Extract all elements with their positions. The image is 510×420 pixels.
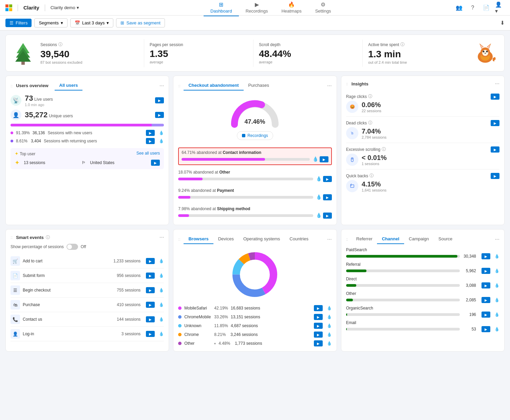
people-icon-btn[interactable]: 👥 xyxy=(454,3,464,13)
abandon-filter-icon-0[interactable]: 💧 xyxy=(313,156,318,162)
contact-us-video-btn[interactable]: ▶ xyxy=(146,316,155,322)
new-users-filter-icon[interactable]: 💧 xyxy=(159,131,164,135)
begin-checkout-video-btn[interactable]: ▶ xyxy=(146,287,155,293)
abandon-filter-icon-3[interactable]: 💧 xyxy=(316,213,322,219)
see-all-users-link[interactable]: See all users xyxy=(136,151,160,156)
excessive-scroll-value-row: < 0.01% 1 sessions xyxy=(346,154,487,166)
os-tab[interactable]: Operating systems xyxy=(239,234,285,244)
rage-help-icon[interactable]: ⓘ xyxy=(368,94,372,99)
abandon-video-btn-1[interactable]: ▶ xyxy=(323,176,332,182)
abandon-video-btn-2[interactable]: ▶ xyxy=(323,194,332,200)
nav-tab-settings[interactable]: ⚙ Settings xyxy=(308,0,338,16)
project-selector[interactable]: Clarity demo ▾ xyxy=(51,5,79,10)
begin-checkout-filter-icon[interactable]: 💧 xyxy=(159,288,164,293)
nav-tab-recordings[interactable]: ▶ Recordings xyxy=(239,0,275,16)
direct-video-btn[interactable]: ▶ xyxy=(481,282,490,288)
help-icon-btn[interactable]: ? xyxy=(468,3,477,13)
purchase-video-btn[interactable]: ▶ xyxy=(146,302,155,308)
rage-video-btn[interactable]: ▶ xyxy=(491,94,499,100)
checkout-recordings-button[interactable]: Recordings xyxy=(237,131,273,140)
referrer-more-menu[interactable]: ··· xyxy=(495,236,499,242)
email-filter-icon[interactable]: 💧 xyxy=(494,327,499,332)
paidsearch-filter-icon[interactable]: 💧 xyxy=(494,254,499,259)
submit-form-filter-icon[interactable]: 💧 xyxy=(159,273,164,278)
returning-users-video-btn[interactable]: ▶ xyxy=(146,138,155,144)
dead-video-btn[interactable]: ▶ xyxy=(491,120,499,126)
referrer-tab[interactable]: Referrer xyxy=(352,234,377,244)
mobilesafari-video-btn[interactable]: ▶ xyxy=(314,305,323,311)
quickbacks-video-btn[interactable]: ▶ xyxy=(491,173,499,179)
unknown-video-btn[interactable]: ▶ xyxy=(314,323,323,329)
chromemobile-video-btn[interactable]: ▶ xyxy=(314,314,323,320)
document-icon-btn[interactable]: 📄 xyxy=(481,3,491,13)
submit-form-video-btn[interactable]: ▶ xyxy=(146,273,155,279)
quickbacks-help-icon[interactable]: ⓘ xyxy=(370,173,374,179)
channel-tab[interactable]: Channel xyxy=(377,234,404,244)
users-all-tab[interactable]: All users xyxy=(55,81,83,91)
returning-users-filter-icon[interactable]: 💧 xyxy=(159,139,164,143)
login-filter-icon[interactable]: 💧 xyxy=(159,332,164,336)
save-segment-button[interactable]: ⊞ Save as segment xyxy=(116,18,165,27)
checkout-tab[interactable]: Checkout abandonment xyxy=(184,81,243,91)
referral-filter-icon[interactable]: 💧 xyxy=(494,268,499,273)
email-video-btn[interactable]: ▶ xyxy=(481,326,490,332)
scroll-help-icon[interactable]: ⓘ xyxy=(382,146,386,152)
chromemobile-filter-icon[interactable]: 💧 xyxy=(327,315,332,319)
organicsearch-filter-icon[interactable]: 💧 xyxy=(494,312,499,317)
download-btn[interactable]: ⬇ xyxy=(500,20,505,26)
chrome-filter-icon[interactable]: 💧 xyxy=(327,332,332,337)
browsers-more-menu[interactable]: ··· xyxy=(327,236,332,242)
smart-events-help-icon[interactable]: ⓘ xyxy=(46,235,50,240)
other-browser-filter-icon[interactable]: 💧 xyxy=(327,341,332,346)
other-referrer-video-btn[interactable]: ▶ xyxy=(481,297,490,303)
paidsearch-video-btn[interactable]: ▶ xyxy=(481,253,490,259)
add-to-cart-video-btn[interactable]: ▶ xyxy=(146,258,155,264)
active-time-help-icon[interactable]: ⓘ xyxy=(400,42,404,47)
purchase-filter-icon[interactable]: 💧 xyxy=(159,302,164,307)
nav-tab-heatmaps[interactable]: 🔥 Heatmaps xyxy=(275,0,308,16)
purchases-tab[interactable]: Purchases xyxy=(244,81,274,91)
countries-tab[interactable]: Countries xyxy=(285,234,313,244)
browser-row-0: MobileSafari 42.19% 16,683 sessions ▶ 💧 xyxy=(178,305,332,311)
top-user-video-btn[interactable]: ▶ xyxy=(151,160,160,166)
other-browser-chevron[interactable]: ▾ xyxy=(214,342,216,345)
filters-button[interactable]: ☰ Filters xyxy=(5,19,32,27)
referral-video-btn[interactable]: ▶ xyxy=(481,268,490,274)
source-tab[interactable]: Source xyxy=(434,234,457,244)
insights-more-menu[interactable]: ··· xyxy=(495,81,499,87)
organicsearch-video-btn[interactable]: ▶ xyxy=(481,312,490,318)
mobilesafari-filter-icon[interactable]: 💧 xyxy=(327,306,332,311)
toggle-switch[interactable] xyxy=(67,244,78,250)
checkout-more-menu[interactable]: ··· xyxy=(327,83,332,89)
account-icon-btn[interactable]: 👤 ▾ xyxy=(495,3,505,13)
smart-events-toggle-row: Show percentage of sessions Off xyxy=(11,244,164,250)
live-users-video-btn[interactable]: ▶ xyxy=(155,97,164,103)
dead-help-icon[interactable]: ⓘ xyxy=(368,120,372,126)
contact-us-filter-icon[interactable]: 💧 xyxy=(159,317,164,322)
abandon-filter-icon-1[interactable]: 💧 xyxy=(316,176,322,182)
scroll-video-btn[interactable]: ▶ xyxy=(491,146,499,153)
nav-tab-dashboard[interactable]: ⊞ Dashboard xyxy=(204,0,239,16)
browsers-tab[interactable]: Browsers xyxy=(184,234,213,244)
direct-filter-icon[interactable]: 💧 xyxy=(494,283,499,288)
other-browser-video-btn[interactable]: ▶ xyxy=(314,340,323,346)
new-users-video-btn[interactable]: ▶ xyxy=(146,130,155,136)
sessions-help-icon[interactable]: ⓘ xyxy=(58,42,62,47)
add-to-cart-filter-icon[interactable]: 💧 xyxy=(159,259,164,263)
unique-users-video-btn[interactable]: ▶ xyxy=(155,112,164,118)
devices-tab[interactable]: Devices xyxy=(213,234,239,244)
other-referrer-filter-icon[interactable]: 💧 xyxy=(494,298,499,302)
abandon-video-btn-3[interactable]: ▶ xyxy=(323,213,332,219)
abandon-filter-icon-2[interactable]: 💧 xyxy=(316,194,322,200)
campaign-tab[interactable]: Campaign xyxy=(404,234,434,244)
sessions-label-text: Sessions xyxy=(40,42,57,47)
users-more-menu[interactable]: ··· xyxy=(159,83,164,89)
unknown-filter-icon[interactable]: 💧 xyxy=(327,323,332,328)
chrome-video-btn[interactable]: ▶ xyxy=(314,332,323,338)
abandon-video-btn-0[interactable]: ▶ xyxy=(320,156,328,162)
date-range-button[interactable]: 📅 Last 3 days ▾ xyxy=(70,18,114,27)
segments-button[interactable]: Segments ▾ xyxy=(34,18,68,27)
login-video-btn[interactable]: ▶ xyxy=(146,331,155,337)
smart-events-more-menu[interactable]: ··· xyxy=(159,234,164,240)
pages-per-session-value: 1.35 xyxy=(150,48,248,59)
